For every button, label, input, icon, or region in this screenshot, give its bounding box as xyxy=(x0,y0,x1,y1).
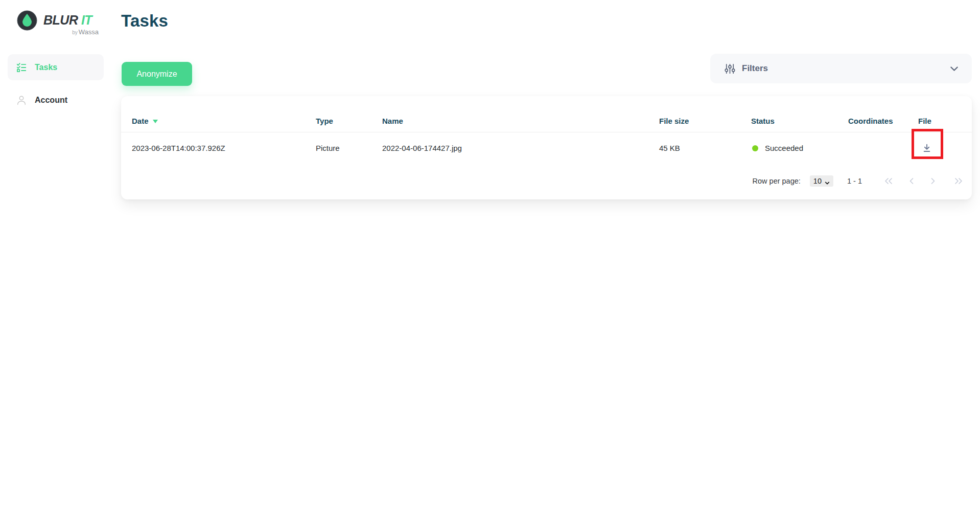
brand-logo: BLUR IT byWassa xyxy=(17,10,104,35)
download-icon xyxy=(921,143,932,154)
select-caret-icon xyxy=(825,178,830,184)
cell-name: 2022-04-06-174427.jpg xyxy=(382,144,659,152)
column-header-type: Type xyxy=(316,117,382,125)
status-dot-icon xyxy=(752,145,758,151)
anonymize-button[interactable]: Anonymize xyxy=(122,62,192,86)
cell-date: 2023-06-28T14:00:37.926Z xyxy=(132,144,316,152)
cell-file-size: 45 KB xyxy=(659,144,751,152)
column-header-name: Name xyxy=(382,117,659,125)
status-label: Succeeded xyxy=(765,144,803,152)
rows-per-page-select[interactable]: 10 xyxy=(810,175,833,187)
chevron-down-icon[interactable] xyxy=(949,63,960,74)
filter-sliders-icon xyxy=(724,63,736,75)
column-header-status: Status xyxy=(751,117,848,125)
column-header-date[interactable]: Date xyxy=(132,117,316,125)
filters-expander[interactable]: Filters xyxy=(710,54,972,83)
table-header-row: Date Type Name File size Status Coordina… xyxy=(121,96,972,132)
rows-per-page-label: Row per page: xyxy=(753,177,801,185)
brand-name-accent: IT xyxy=(81,13,92,27)
cell-file xyxy=(918,142,961,155)
sidebar-item-account[interactable]: Account xyxy=(8,87,104,113)
sidebar-item-label: Account xyxy=(35,96,67,105)
cell-status: Succeeded xyxy=(751,144,848,152)
cell-type: Picture xyxy=(316,144,382,152)
first-page-button[interactable] xyxy=(882,177,895,185)
rows-per-page-value: 10 xyxy=(813,177,822,185)
tasks-table-card: Date Type Name File size Status Coordina… xyxy=(121,96,972,199)
pagination-bar: Row per page: 10 1 - 1 xyxy=(753,174,965,188)
last-page-icon xyxy=(953,177,964,185)
previous-page-button[interactable] xyxy=(905,177,918,185)
column-header-coordinates: Coordinates xyxy=(848,117,918,125)
column-header-file-size: File size xyxy=(659,117,751,125)
page-title: Tasks xyxy=(121,11,168,31)
brand-wordmark: BLUR IT xyxy=(43,13,92,28)
sidebar-item-label: Tasks xyxy=(35,63,57,72)
sidebar-item-tasks[interactable]: Tasks xyxy=(8,54,104,80)
next-page-button[interactable] xyxy=(927,177,939,185)
checklist-icon xyxy=(16,62,27,73)
brand-byline: byWassa xyxy=(43,28,99,36)
next-page-icon xyxy=(930,177,936,185)
column-header-file: File xyxy=(918,117,961,125)
brand-name-primary: BLUR xyxy=(43,13,78,27)
download-file-button[interactable] xyxy=(920,142,934,155)
filters-label: Filters xyxy=(742,63,768,74)
sort-desc-icon xyxy=(153,120,158,123)
first-page-icon xyxy=(883,177,894,185)
table-row: 2023-06-28T14:00:37.926Z Picture 2022-04… xyxy=(121,132,972,164)
previous-page-icon xyxy=(908,177,915,185)
person-icon xyxy=(16,95,27,106)
page-range-label: 1 - 1 xyxy=(847,177,862,185)
last-page-button[interactable] xyxy=(952,177,965,185)
droplet-logo-icon xyxy=(17,10,37,31)
app-window: BLUR IT byWassa Tasks Tasks xyxy=(0,0,980,517)
